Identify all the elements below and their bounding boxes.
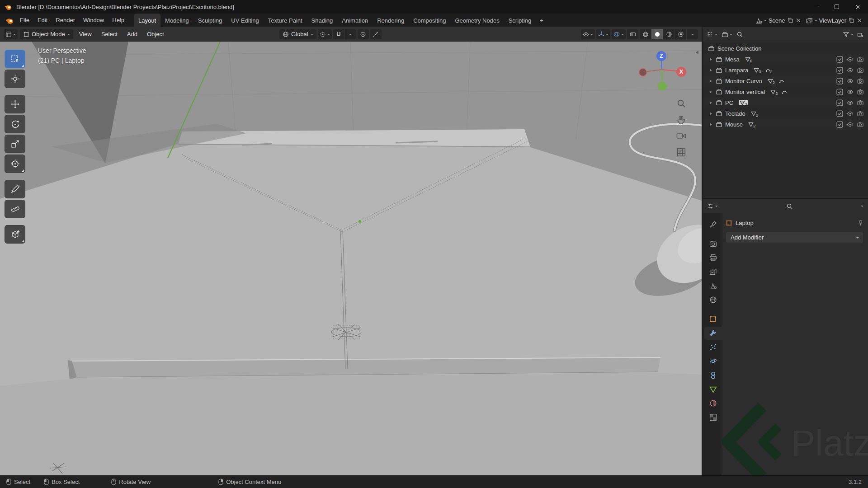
minimize-button[interactable]: [806, 0, 826, 14]
tab-object[interactable]: [704, 313, 722, 326]
orientation-select[interactable]: Global: [279, 29, 316, 39]
tab-tool[interactable]: [704, 218, 722, 231]
scene-collection-label[interactable]: Scene Collection: [717, 45, 762, 52]
navigation-gizmo[interactable]: Z X: [637, 47, 690, 94]
tab-material[interactable]: [704, 397, 722, 410]
outliner-display-mode-button[interactable]: [722, 31, 732, 38]
annotate-tool[interactable]: [5, 180, 25, 198]
workspace-tab-animation[interactable]: Animation: [337, 14, 373, 27]
shading-dropdown[interactable]: [687, 29, 698, 39]
tab-view-layer[interactable]: [704, 265, 722, 278]
scene-selector[interactable]: Scene: [755, 17, 802, 24]
cursor-tool[interactable]: [5, 70, 25, 88]
tab-physics[interactable]: [704, 355, 722, 368]
camera-view-icon[interactable]: [676, 131, 686, 141]
gizmo-y-axis[interactable]: [658, 82, 667, 91]
hide-eye-icon[interactable]: [847, 56, 854, 63]
expand-arrow-icon[interactable]: [709, 79, 715, 83]
menu-window[interactable]: Window: [79, 14, 108, 27]
maximize-button[interactable]: [826, 0, 847, 14]
tab-particles[interactable]: [704, 341, 722, 354]
collection-name[interactable]: Mesa: [725, 56, 740, 63]
menu-help[interactable]: Help: [108, 14, 128, 27]
checkbox-icon[interactable]: [836, 99, 843, 106]
workspace-tab-geometry-nodes[interactable]: Geometry Nodes: [450, 14, 504, 27]
tab-scene[interactable]: [704, 279, 722, 292]
shading-rendered-button[interactable]: [675, 29, 686, 39]
scale-tool[interactable]: [5, 135, 25, 153]
camera-visibility-icon[interactable]: [857, 99, 864, 106]
expand-arrow-icon[interactable]: [709, 112, 715, 116]
viewlayer-selector[interactable]: ViewLayer: [806, 17, 863, 24]
select-box-tool[interactable]: [5, 50, 25, 68]
menu-select[interactable]: Select: [98, 31, 121, 38]
properties-search-icon[interactable]: [786, 203, 793, 210]
collection-name[interactable]: PC: [725, 99, 733, 106]
gizmos-toggle[interactable]: [596, 29, 610, 39]
workspace-tab-rendering[interactable]: Rendering: [373, 14, 409, 27]
tab-modifiers[interactable]: [704, 327, 722, 340]
hide-eye-icon[interactable]: [847, 110, 854, 117]
menu-view[interactable]: View: [75, 31, 95, 38]
collection-name[interactable]: Monitor vertical: [725, 89, 765, 95]
toggle-ortho-icon[interactable]: [676, 147, 686, 157]
checkbox-icon[interactable]: [836, 56, 843, 63]
hide-eye-icon[interactable]: [847, 89, 854, 95]
viewport-canvas[interactable]: User Perspective (21) PC | Laptop: [0, 42, 702, 475]
workspace-tab-shading[interactable]: Shading: [307, 14, 338, 27]
collection-name[interactable]: Lampara: [725, 67, 748, 74]
tab-constraints[interactable]: [704, 369, 722, 382]
expand-arrow-icon[interactable]: [709, 90, 715, 94]
proportional-toggle[interactable]: [358, 29, 369, 39]
hide-eye-icon[interactable]: [847, 121, 854, 128]
tab-world[interactable]: [704, 293, 722, 306]
add-workspace-button[interactable]: +: [536, 14, 547, 27]
checkbox-icon[interactable]: [836, 67, 843, 74]
expand-arrow-icon[interactable]: [709, 101, 715, 105]
outliner-row-lampara[interactable]: Lampara 3 2: [703, 65, 868, 75]
zoom-icon[interactable]: [676, 99, 686, 108]
camera-visibility-icon[interactable]: [857, 110, 864, 117]
properties-options-chevron[interactable]: [861, 206, 863, 208]
pan-hand-icon[interactable]: [676, 115, 686, 125]
outliner-row-monitor-vertical[interactable]: Monitor vertical 2: [703, 86, 868, 97]
outliner-filter-button[interactable]: [843, 31, 854, 38]
outliner-row-teclado[interactable]: Teclado 2: [703, 108, 868, 119]
xray-toggle[interactable]: [627, 29, 638, 39]
visibility-dropdown[interactable]: [581, 29, 595, 39]
expand-arrow-icon[interactable]: [709, 122, 715, 127]
proportional-falloff-dropdown[interactable]: [370, 29, 382, 39]
snap-dropdown[interactable]: [345, 29, 356, 39]
workspace-tab-compositing[interactable]: Compositing: [409, 14, 450, 27]
gizmo-neg-x-axis[interactable]: [639, 69, 647, 76]
collection-name[interactable]: Monitor Curvo: [725, 78, 762, 84]
outliner-editor-type-button[interactable]: [707, 31, 717, 38]
outliner-row-pc[interactable]: PC 3: [703, 97, 868, 108]
delete-viewlayer-icon[interactable]: [856, 17, 863, 23]
shading-solid-button[interactable]: [651, 29, 663, 39]
tab-render[interactable]: [704, 237, 722, 250]
camera-visibility-icon[interactable]: [857, 78, 864, 84]
workspace-tab-scripting[interactable]: Scripting: [504, 14, 536, 27]
camera-visibility-icon[interactable]: [857, 89, 864, 95]
blender-menu-logo-icon[interactable]: [5, 16, 14, 25]
camera-visibility-icon[interactable]: [857, 67, 864, 74]
camera-visibility-icon[interactable]: [857, 121, 864, 128]
hide-eye-icon[interactable]: [847, 78, 854, 84]
checkbox-icon[interactable]: [836, 121, 843, 128]
new-viewlayer-icon[interactable]: [848, 17, 854, 23]
menu-object[interactable]: Object: [143, 31, 168, 38]
snap-toggle[interactable]: [333, 29, 344, 39]
menu-add[interactable]: Add: [123, 31, 141, 38]
sidebar-collapse-icon[interactable]: [694, 50, 700, 55]
checkbox-icon[interactable]: [836, 89, 843, 95]
add-modifier-button[interactable]: Add Modifier: [726, 232, 864, 243]
move-tool[interactable]: [5, 95, 25, 113]
expand-arrow-icon[interactable]: [709, 57, 715, 61]
tab-texture[interactable]: [704, 411, 722, 424]
collection-name[interactable]: Teclado: [725, 110, 745, 117]
shading-wireframe-button[interactable]: [640, 29, 651, 39]
hide-eye-icon[interactable]: [847, 67, 854, 74]
expand-arrow-icon[interactable]: [709, 68, 715, 72]
checkbox-icon[interactable]: [836, 110, 843, 117]
